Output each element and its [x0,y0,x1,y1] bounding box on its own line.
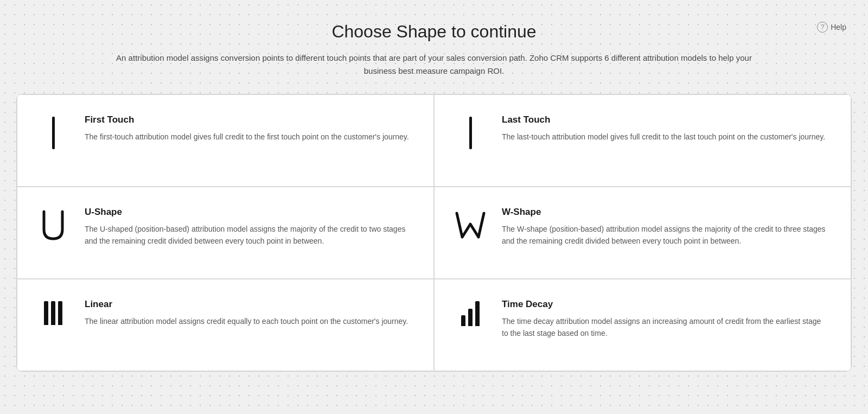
card-last-touch-description: The last-touch attribution model gives f… [502,131,829,143]
cards-grid: First Touch The first-touch attribution … [16,94,852,372]
help-label: Help [831,23,846,31]
time-decay-icon [454,299,487,326]
card-last-touch[interactable]: Last Touch The last-touch attribution mo… [434,94,851,187]
card-w-shape-description: The W-shape (position-based) attribution… [502,223,829,247]
card-u-shape-content: U-Shape The U-shaped (position-based) at… [85,207,412,247]
card-first-touch-content: First Touch The first-touch attribution … [85,114,412,143]
card-time-decay[interactable]: Time Decay The time decay attribution mo… [434,279,851,371]
card-linear[interactable]: Linear The linear attribution model assi… [17,279,434,371]
help-button[interactable]: ? Help [817,22,846,33]
card-u-shape[interactable]: U-Shape The U-shaped (position-based) at… [17,187,434,279]
w-shape-icon [454,207,487,241]
page-container: Choose Shape to continue An attribution … [16,11,852,372]
card-w-shape-title: W-Shape [502,207,829,218]
card-first-touch-description: The first-touch attribution model gives … [85,131,412,143]
header-area: Choose Shape to continue An attribution … [16,11,852,94]
u-shape-icon [37,207,69,241]
card-linear-content: Linear The linear attribution model assi… [85,299,412,327]
linear-icon [37,299,69,325]
svg-rect-0 [52,117,55,149]
card-time-decay-description: The time decay attribution model assigns… [502,315,829,340]
card-first-touch-title: First Touch [85,114,412,125]
card-last-touch-content: Last Touch The last-touch attribution mo… [502,114,829,143]
card-first-touch[interactable]: First Touch The first-touch attribution … [17,94,434,187]
card-last-touch-title: Last Touch [502,114,829,125]
help-icon: ? [817,22,828,33]
card-u-shape-description: The U-shaped (position-based) attributio… [85,223,412,247]
svg-rect-1 [469,117,472,149]
card-linear-title: Linear [85,299,412,310]
card-time-decay-content: Time Decay The time decay attribution mo… [502,299,829,340]
card-linear-description: The linear attribution model assigns cre… [85,315,412,327]
first-touch-icon [37,114,69,149]
last-touch-icon [454,114,487,149]
card-w-shape[interactable]: W-Shape The W-shape (position-based) att… [434,187,851,279]
page-title: Choose Shape to continue [38,22,830,42]
page-subtitle: An attribution model assigns conversion … [108,52,760,78]
card-time-decay-title: Time Decay [502,299,829,310]
card-w-shape-content: W-Shape The W-shape (position-based) att… [502,207,829,247]
card-u-shape-title: U-Shape [85,207,412,218]
